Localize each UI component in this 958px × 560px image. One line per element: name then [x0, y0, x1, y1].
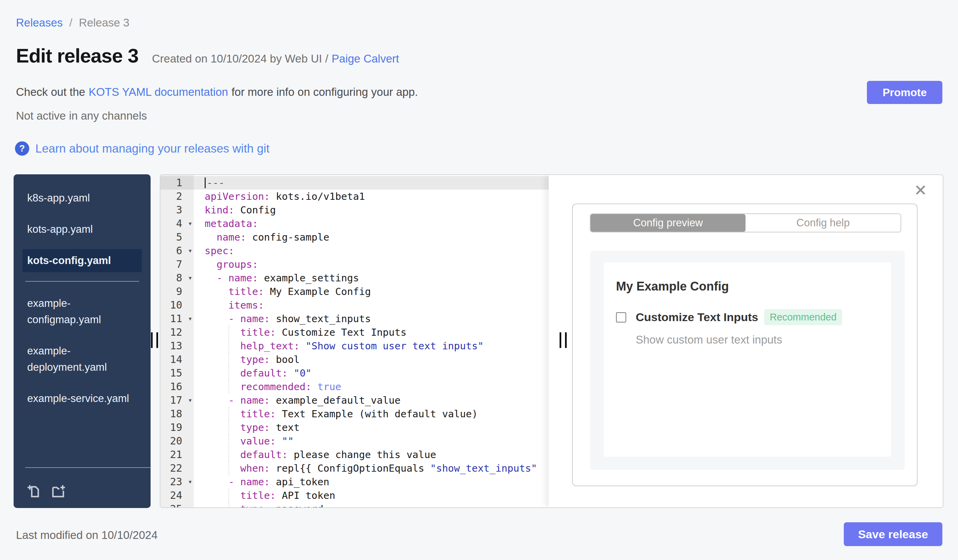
sidebar-item-example-service-yaml[interactable]: example-service.yaml	[22, 387, 142, 410]
file-list: k8s-app.yamlkots-app.yamlkots-config.yam…	[14, 174, 151, 410]
panel-resize-handle[interactable]	[560, 332, 567, 348]
code-token: API token	[276, 490, 336, 501]
code-token: items:	[228, 299, 264, 311]
code-line[interactable]: ---	[194, 176, 549, 190]
breadcrumb-releases-link[interactable]: Releases	[16, 16, 63, 29]
sidebar-resize-handle[interactable]	[151, 332, 158, 348]
text-cursor	[205, 177, 206, 188]
editor-row: 5 name: config-sample	[160, 230, 549, 244]
code-line[interactable]: type: text	[194, 421, 549, 434]
fold-toggle-icon[interactable]: ▾	[188, 312, 192, 326]
save-release-button[interactable]: Save release	[844, 522, 942, 546]
editor-row: 11▾ - name: show_text_inputs	[160, 312, 549, 326]
close-icon[interactable]: ✕	[914, 182, 927, 198]
code-token: name:	[217, 231, 246, 243]
code-line[interactable]: default: "0"	[194, 366, 549, 380]
code-line[interactable]: title: Text Example (with default value)	[194, 407, 549, 421]
panel-tabs: Config previewConfig help	[590, 214, 901, 233]
code-token	[205, 231, 217, 243]
fold-toggle-icon[interactable]: ▾	[188, 271, 192, 285]
line-number: 14	[160, 353, 194, 366]
code-line[interactable]: metadata:	[194, 217, 549, 230]
code-token	[205, 259, 217, 270]
code-token: - name:	[228, 313, 270, 324]
code-line[interactable]: - name: show_text_inputs	[194, 312, 549, 326]
code-line[interactable]: default: please change this value	[194, 448, 549, 462]
code-token	[205, 299, 228, 311]
code-line[interactable]: items:	[194, 298, 549, 312]
kots-yaml-docs-link[interactable]: KOTS YAML documentation	[89, 85, 228, 98]
line-number: 17▾	[160, 394, 194, 407]
code-line[interactable]: name: config-sample	[194, 230, 549, 244]
sidebar-item-kots-app-yaml[interactable]: kots-app.yaml	[22, 218, 142, 241]
code-line[interactable]: groups:	[194, 258, 549, 271]
sidebar-item-kots-config-yaml[interactable]: kots-config.yaml	[22, 249, 142, 272]
code-line[interactable]: kind: Config	[194, 203, 549, 217]
line-number: 13	[160, 339, 194, 353]
breadcrumb-separator: /	[69, 16, 72, 29]
code-line[interactable]: help_text: "Show custom user text inputs…	[194, 339, 549, 353]
fold-toggle-icon[interactable]: ▾	[188, 394, 192, 407]
code-token: ---	[207, 177, 224, 188]
fold-toggle-icon[interactable]: ▾	[188, 244, 192, 258]
git-releases-link[interactable]: Learn about managing your releases with …	[35, 142, 270, 155]
line-number: 5	[160, 230, 194, 244]
promote-button[interactable]: Promote	[867, 81, 942, 104]
code-token: config-sample	[246, 231, 329, 243]
code-token: title:	[240, 408, 276, 420]
checkbox-help-text: Show custom user text inputs	[636, 333, 879, 346]
code-line[interactable]: spec:	[194, 244, 549, 258]
customize-text-inputs-checkbox[interactable]	[616, 312, 626, 323]
sidebar-item-k8s-app-yaml[interactable]: k8s-app.yaml	[22, 187, 142, 210]
code-line[interactable]: - name: api_token	[194, 475, 549, 489]
yaml-editor[interactable]: 1---2apiVersion: kots.io/v1beta13kind: C…	[160, 175, 549, 507]
code-token: ""	[282, 435, 294, 447]
code-line[interactable]: value: ""	[194, 434, 549, 448]
sidebar-item-example-deployment-yaml[interactable]: example-deployment.yaml	[22, 340, 142, 379]
file-sidebar: k8s-app.yamlkots-app.yamlkots-config.yam…	[14, 174, 151, 508]
code-line[interactable]: - name: example_settings	[194, 271, 549, 285]
editor-row: 7 groups:	[160, 258, 549, 271]
editor-rows: 1---2apiVersion: kots.io/v1beta13kind: C…	[160, 175, 549, 507]
code-token	[205, 367, 240, 379]
code-token	[205, 286, 228, 297]
code-token: title:	[240, 327, 276, 338]
author-link[interactable]: Paige Calvert	[332, 52, 399, 65]
docs-text-post: for more info on configuring your app.	[232, 85, 418, 98]
code-token: repl{{ ConfigOptionEquals	[270, 462, 430, 474]
new-folder-icon[interactable]	[50, 484, 66, 499]
code-token	[205, 272, 217, 284]
code-line[interactable]: type: bool	[194, 353, 549, 366]
line-number: 10	[160, 298, 194, 312]
new-file-icon[interactable]	[27, 484, 42, 499]
code-token	[205, 313, 228, 324]
code-token: Text Example (with default value)	[276, 408, 478, 420]
code-line[interactable]: when: repl{{ ConfigOptionEquals "show_te…	[194, 462, 549, 475]
code-line[interactable]: - name: example_default_value	[194, 394, 549, 407]
preview-area: My Example Config Customize Text Inputs …	[590, 251, 905, 470]
editor-row: 3kind: Config	[160, 203, 549, 217]
code-token: title:	[240, 490, 276, 501]
code-line[interactable]: title: My Example Config	[194, 285, 549, 298]
code-token	[205, 490, 240, 501]
code-token: "Show custom user text inputs"	[306, 340, 484, 352]
line-number: 7	[160, 258, 194, 271]
help-question-icon[interactable]: ?	[15, 141, 29, 156]
code-line[interactable]: recommended: true	[194, 380, 549, 394]
code-line[interactable]: apiVersion: kots.io/v1beta1	[194, 190, 549, 203]
fold-toggle-icon[interactable]: ▾	[188, 475, 192, 489]
code-token: type:	[240, 422, 270, 433]
line-number: 11▾	[160, 312, 194, 326]
code-line[interactable]: title: Customize Text Inputs	[194, 326, 549, 339]
file-list-divider	[25, 281, 139, 282]
code-line[interactable]: type: password	[194, 502, 549, 507]
code-line[interactable]: title: API token	[194, 489, 549, 502]
breadcrumb-current: Release 3	[79, 16, 130, 29]
sidebar-item-example-configmap-yaml[interactable]: example-configmap.yaml	[22, 292, 142, 331]
line-number: 2	[160, 190, 194, 203]
fold-toggle-icon[interactable]: ▾	[188, 217, 192, 230]
editor-row: 4▾metadata:	[160, 217, 549, 230]
tab-config-help[interactable]: Config help	[745, 214, 901, 232]
tab-config-preview[interactable]: Config preview	[590, 214, 745, 232]
resize-bar	[151, 332, 153, 348]
